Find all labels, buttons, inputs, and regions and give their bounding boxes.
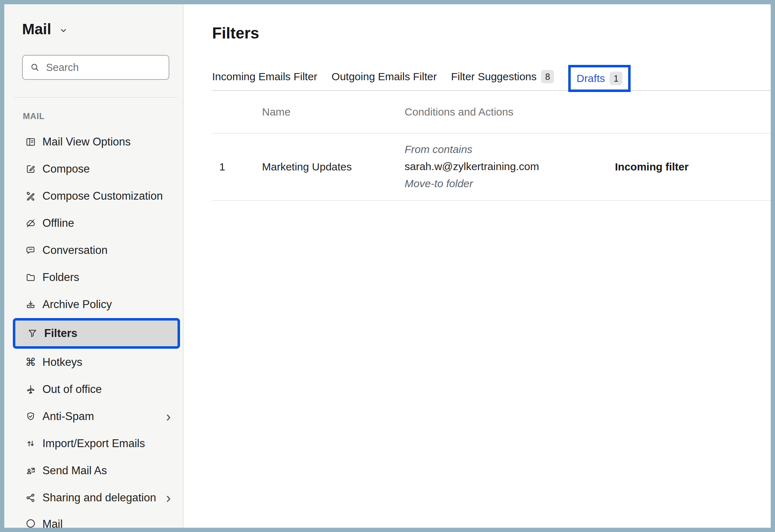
condition-label: From contains — [405, 141, 615, 158]
sidebar-item-offline[interactable]: Offline — [4, 210, 183, 237]
sidebar-item-conversation[interactable]: Conversation — [4, 237, 183, 264]
sidebar-item-compose-customization[interactable]: Compose Customization — [4, 183, 183, 210]
person-card-icon — [25, 465, 36, 476]
settings-sidebar: Mail MAIL Mail View Options — [4, 4, 184, 528]
sidebar-item-label: Offline — [42, 217, 74, 230]
tab-incoming-emails-filter[interactable]: Incoming Emails Filter — [212, 71, 317, 83]
sidebar-item-label: Hotkeys — [42, 356, 82, 369]
chevron-down-icon — [58, 25, 68, 35]
sidebar-item-label: Mail View Options — [42, 135, 131, 148]
window-frame: Mail MAIL Mail View Options — [0, 0, 775, 532]
sidebar-item-label: Compose — [42, 163, 90, 175]
sidebar-item-label: Compose Customization — [42, 190, 163, 203]
command-icon: ⌘ — [25, 357, 36, 368]
sidebar-item-hotkeys[interactable]: ⌘ Hotkeys — [4, 349, 183, 376]
tab-label: Filter Suggestions — [451, 71, 537, 83]
sidebar-item-label: Mail — [42, 518, 63, 528]
sidebar-item-label: Folders — [42, 271, 79, 284]
row-index: 1 — [212, 161, 262, 173]
sidebar-divider — [14, 97, 178, 98]
search-icon — [30, 62, 40, 72]
sidebar-item-out-of-office[interactable]: Out of office — [4, 376, 183, 403]
search-box[interactable] — [22, 55, 169, 80]
filter-name: Marketing Updates — [262, 161, 405, 173]
sidebar-title: Mail — [22, 21, 51, 38]
chevron-right-icon: › — [166, 491, 171, 505]
sidebar-item-label: Sharing and delegation — [42, 491, 156, 504]
offline-icon — [25, 218, 36, 229]
chevron-right-icon: › — [166, 409, 171, 424]
sidebar-item-label: Send Mail As — [42, 464, 107, 477]
table-header-row: Name Conditions and Actions — [212, 91, 771, 134]
sidebar-item-anti-spam[interactable]: Anti-Spam › — [4, 403, 183, 430]
sidebar-item-compose[interactable]: Compose — [4, 155, 183, 183]
archive-icon — [25, 299, 36, 310]
shield-check-icon — [25, 411, 36, 422]
filter-conditions: From contains sarah.w@zylkertraining.com… — [405, 134, 615, 200]
tab-label: Outgoing Emails Filter — [332, 71, 437, 83]
action-label: Move-to folder — [405, 175, 615, 192]
page-title: Filters — [212, 24, 771, 42]
funnel-icon — [27, 328, 38, 339]
search-input[interactable] — [45, 61, 162, 74]
airplane-icon — [25, 384, 36, 395]
conversation-icon — [25, 245, 36, 256]
circle-icon — [25, 518, 36, 528]
sidebar-item-filters[interactable]: Filters — [15, 321, 178, 346]
sidebar-item-send-mail-as[interactable]: Send Mail As — [4, 457, 183, 484]
sidebar-item-sharing-and-delegation[interactable]: Sharing and delegation › — [4, 484, 183, 511]
share-nodes-icon — [25, 492, 36, 503]
sidebar-item-folders[interactable]: Folders — [4, 264, 183, 291]
arrows-up-down-icon — [25, 438, 36, 449]
sidebar-item-label: Conversation — [42, 244, 108, 257]
mail-settings-app: Mail MAIL Mail View Options — [4, 4, 771, 528]
sidebar-item-import-export-emails[interactable]: Import/Export Emails — [4, 430, 183, 457]
compose-customization-icon — [25, 190, 36, 202]
filters-tab-bar: Incoming Emails Filter Outgoing Emails F… — [212, 63, 771, 91]
sidebar-item-label: Archive Policy — [42, 298, 112, 311]
tab-count-badge: 8 — [541, 70, 554, 83]
tab-filter-suggestions[interactable]: Filter Suggestions 8 — [451, 70, 554, 83]
sidebar-item-partial[interactable]: Mail — [4, 511, 183, 528]
tab-outgoing-emails-filter[interactable]: Outgoing Emails Filter — [332, 71, 437, 83]
column-header-name: Name — [262, 106, 405, 118]
tab-count-badge: 1 — [610, 72, 622, 85]
sidebar-app-switcher[interactable]: Mail — [22, 21, 183, 38]
tab-drafts[interactable]: Drafts 1 — [568, 65, 631, 92]
tab-label: Drafts — [576, 72, 605, 85]
folder-icon — [25, 272, 36, 283]
sidebar-item-archive-policy[interactable]: Archive Policy — [4, 291, 183, 318]
sidebar-item-label: Filters — [44, 327, 77, 340]
mail-view-options-icon — [25, 136, 36, 148]
condition-value: sarah.w@zylkertraining.com — [405, 158, 615, 175]
compose-icon — [25, 163, 36, 175]
filter-type: Incoming filter — [615, 159, 690, 174]
sidebar-item-label: Import/Export Emails — [42, 437, 145, 450]
table-row[interactable]: 1 Marketing Updates From contains sarah.… — [212, 134, 771, 201]
sidebar-item-label: Out of office — [42, 383, 102, 396]
tab-label: Incoming Emails Filter — [212, 71, 317, 83]
sidebar-item-mail-view-options[interactable]: Mail View Options — [4, 128, 183, 155]
filters-settings-panel: Filters Incoming Emails Filter Outgoing … — [184, 4, 771, 528]
sidebar-item-label: Anti-Spam — [42, 410, 94, 423]
column-header-conditions-actions: Conditions and Actions — [405, 106, 615, 118]
drafts-filters-table: Name Conditions and Actions 1 Marketing … — [212, 91, 771, 201]
sidebar-menu: Mail View Options Compose Compose Custom… — [4, 128, 183, 528]
sidebar-section-label: MAIL — [23, 111, 183, 121]
